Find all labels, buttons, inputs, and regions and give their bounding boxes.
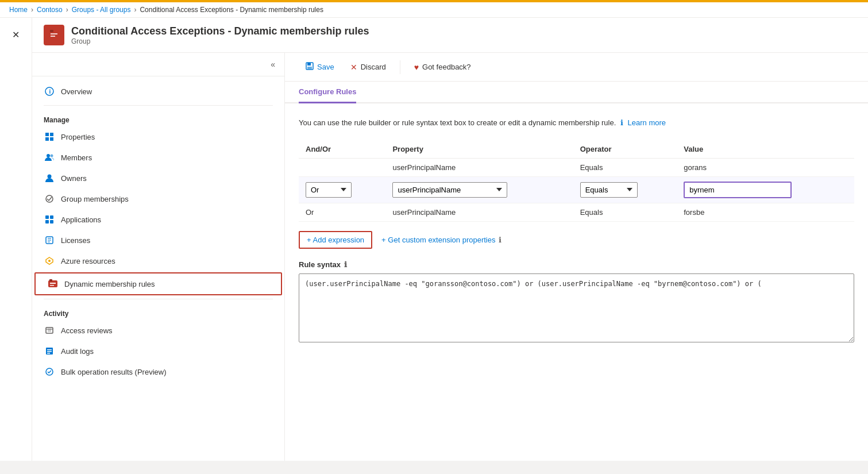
svg-text:i: i	[49, 88, 51, 95]
discard-label: Discard	[361, 63, 386, 71]
row1-andor	[299, 158, 385, 176]
svg-rect-2	[51, 33, 57, 34]
save-label: Save	[317, 63, 334, 71]
main-content: Save ✕ Discard ♥ Got feedback? Configure…	[285, 53, 868, 461]
svg-rect-25	[46, 327, 53, 333]
learn-more-link[interactable]: Learn more	[628, 118, 666, 127]
row2-value-cell	[677, 176, 854, 203]
rule-syntax-text: Rule syntax	[299, 260, 341, 269]
page-subtitle: Group	[71, 37, 369, 45]
row1-property: userPrincipalName	[385, 158, 573, 176]
toolbar: Save ✕ Discard ♥ Got feedback?	[285, 53, 868, 82]
sidebar-item-audit-logs[interactable]: Audit logs	[32, 341, 284, 361]
row3-andor: Or	[299, 203, 385, 221]
col-header-property: Property	[385, 140, 573, 159]
sidebar-collapse-button[interactable]: «	[268, 57, 277, 71]
svg-rect-7	[50, 133, 53, 136]
sidebar-label-licenses: Licenses	[61, 236, 90, 245]
sidebar-item-licenses[interactable]: Licenses	[32, 230, 284, 251]
properties-icon	[44, 131, 55, 142]
applications-icon	[44, 214, 55, 225]
svg-rect-0	[49, 31, 59, 39]
add-expression-button[interactable]: + Add expression	[299, 231, 372, 249]
close-panel: ✕	[0, 18, 32, 461]
breadcrumb-home[interactable]: Home	[9, 6, 28, 14]
activity-divider	[44, 299, 273, 299]
svg-point-20	[48, 260, 51, 262]
table-row: userPrincipalName Equals gorans	[299, 158, 854, 176]
feedback-label: Got feedback?	[422, 63, 471, 71]
page-title: Conditional Access Exceptions - Dynamic …	[71, 25, 369, 37]
andor-select[interactable]: Or And	[306, 182, 352, 198]
page-header: Conditional Access Exceptions - Dynamic …	[32, 18, 868, 53]
svg-rect-8	[45, 137, 49, 141]
feedback-button[interactable]: ♥ Got feedback?	[407, 59, 478, 75]
group-memberships-icon	[44, 193, 55, 205]
svg-rect-6	[45, 133, 49, 136]
rules-table: And/Or Property Operator Value userPrinc…	[299, 140, 854, 222]
tab-configure-rules[interactable]: Configure Rules	[299, 82, 356, 103]
svg-point-10	[47, 154, 50, 157]
sidebar-item-bulk-ops[interactable]: Bulk operation results (Preview)	[32, 361, 284, 382]
bulk-ops-icon	[44, 366, 55, 377]
value-input[interactable]	[684, 182, 792, 198]
breadcrumb-contoso[interactable]: Contoso	[37, 6, 63, 14]
sidebar-label-members: Members	[61, 153, 92, 162]
svg-rect-32	[307, 63, 311, 65]
rule-syntax-info-icon: ℹ	[344, 260, 347, 269]
svg-rect-24	[50, 285, 54, 286]
info-icon-description: ℹ	[620, 118, 623, 127]
sidebar-item-members[interactable]: Members	[32, 147, 284, 168]
rule-syntax-textarea[interactable]	[299, 273, 854, 342]
feedback-icon: ♥	[414, 63, 419, 72]
rule-syntax-label: Rule syntax ℹ	[299, 260, 854, 269]
manage-divider	[44, 105, 273, 106]
save-icon	[306, 62, 314, 72]
sidebar-label-group-memberships: Group memberships	[61, 195, 129, 203]
col-header-operator: Operator	[573, 140, 677, 159]
sidebar: « i Overview Manage	[32, 53, 285, 461]
close-button[interactable]: ✕	[7, 25, 24, 45]
svg-rect-29	[47, 353, 50, 354]
access-reviews-icon	[44, 325, 55, 336]
col-header-andor: And/Or	[299, 140, 385, 159]
table-row-editing: Or And userPrincipalName	[299, 176, 854, 203]
col-header-value: Value	[677, 140, 854, 159]
get-custom-info-icon: ℹ	[499, 236, 501, 244]
svg-rect-14	[45, 215, 49, 219]
sidebar-label-applications: Applications	[61, 215, 101, 224]
svg-point-13	[46, 195, 53, 202]
svg-rect-28	[47, 351, 52, 352]
property-select[interactable]: userPrincipalName	[392, 182, 507, 198]
sidebar-label-audit-logs: Audit logs	[61, 347, 94, 356]
members-icon	[44, 152, 55, 163]
sidebar-item-access-reviews[interactable]: Access reviews	[32, 320, 284, 341]
get-custom-extension-button[interactable]: + Get custom extension properties ℹ	[381, 236, 501, 244]
sidebar-item-properties[interactable]: Properties	[32, 126, 284, 147]
sidebar-item-group-memberships[interactable]: Group memberships	[32, 188, 284, 209]
row1-operator: Equals	[573, 158, 677, 176]
svg-rect-33	[307, 67, 312, 69]
svg-rect-16	[45, 220, 49, 223]
row2-operator-cell: Equals Not Equals Contains	[573, 176, 677, 203]
save-button[interactable]: Save	[299, 59, 341, 75]
sidebar-item-applications[interactable]: Applications	[32, 209, 284, 230]
discard-button[interactable]: ✕ Discard	[344, 59, 393, 75]
sidebar-item-azure-resources[interactable]: Azure resources	[32, 251, 284, 271]
action-row: + Add expression + Get custom extension …	[299, 231, 854, 249]
sidebar-item-owners[interactable]: Owners	[32, 168, 284, 188]
sidebar-item-dynamic-rules[interactable]: Dynamic membership rules	[34, 272, 282, 295]
operator-select[interactable]: Equals Not Equals Contains	[580, 182, 638, 198]
sidebar-item-overview[interactable]: i Overview	[32, 81, 284, 102]
row3-value: forsbe	[677, 203, 854, 221]
discard-icon: ✕	[350, 63, 357, 72]
svg-point-12	[48, 175, 52, 179]
overview-icon: i	[44, 86, 55, 97]
row2-andor-cell: Or And	[299, 176, 385, 203]
row2-property-cell: userPrincipalName	[385, 176, 573, 203]
azure-resources-icon	[44, 255, 55, 267]
page-header-icon	[44, 25, 64, 45]
svg-rect-23	[50, 283, 56, 284]
breadcrumb-all-groups[interactable]: Groups - All groups	[72, 6, 131, 14]
audit-logs-icon	[44, 345, 55, 357]
